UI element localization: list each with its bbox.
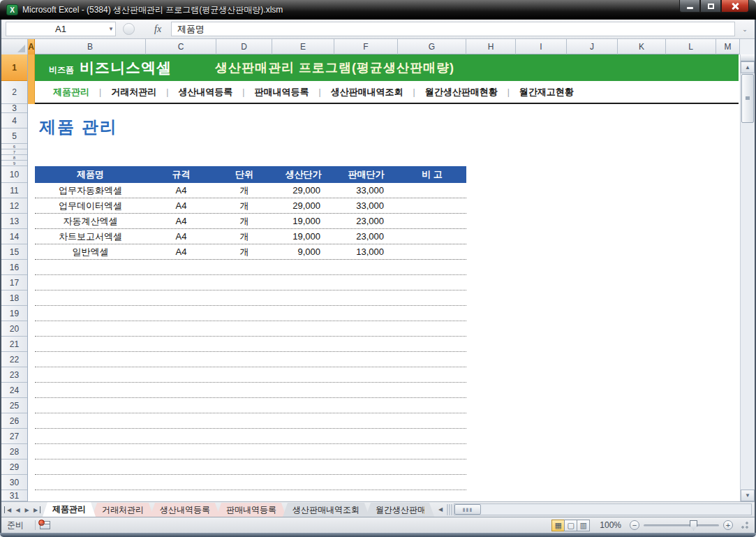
restore-button[interactable] bbox=[700, 0, 721, 13]
row-header-12[interactable]: 12 bbox=[1, 198, 27, 214]
table-cell[interactable]: A4 bbox=[146, 183, 216, 198]
row-header-9[interactable]: 9 bbox=[1, 161, 27, 166]
column-header-A[interactable]: A bbox=[28, 39, 35, 54]
column-header-E[interactable]: E bbox=[272, 39, 334, 54]
column-header-M[interactable]: M bbox=[716, 39, 740, 54]
table-cell[interactable]: 업무자동화엑셀 bbox=[35, 183, 146, 198]
table-cell[interactable]: 개 bbox=[216, 198, 272, 213]
column-header-K[interactable]: K bbox=[618, 39, 666, 54]
table-cell[interactable]: 23,000 bbox=[334, 214, 398, 228]
page-break-view-button[interactable]: ▥ bbox=[577, 520, 590, 531]
table-cell[interactable]: 일반엑셀 bbox=[35, 244, 146, 259]
table-cell[interactable]: 13,000 bbox=[334, 244, 398, 259]
empty-row[interactable] bbox=[35, 321, 466, 337]
sheet-tab-2[interactable]: 거래처관리 bbox=[92, 503, 154, 517]
sheet-tab-3[interactable]: 생산내역등록 bbox=[150, 503, 220, 517]
split-handle[interactable] bbox=[741, 54, 755, 61]
insert-function-icon[interactable]: fx bbox=[154, 24, 161, 35]
zoom-in-button[interactable]: + bbox=[723, 520, 733, 530]
row-header-16[interactable]: 16 bbox=[1, 260, 27, 275]
empty-row[interactable] bbox=[35, 290, 466, 306]
column-header-I[interactable]: I bbox=[516, 39, 567, 54]
table-row-2[interactable]: 업무데이터엑셀A4개29,00033,000 bbox=[35, 198, 466, 214]
vertical-scroll-track[interactable] bbox=[741, 124, 755, 485]
table-cell[interactable]: 29,000 bbox=[272, 183, 334, 198]
row-header-29[interactable]: 29 bbox=[1, 459, 27, 475]
menu-item-6[interactable]: 월간생산판매현황 bbox=[415, 86, 507, 98]
sheet-tab-4[interactable]: 판매내역등록 bbox=[216, 503, 286, 517]
select-all-corner[interactable] bbox=[1, 39, 28, 54]
column-header-H[interactable]: H bbox=[466, 39, 516, 54]
table-cell[interactable]: A4 bbox=[146, 198, 216, 213]
empty-row[interactable] bbox=[35, 306, 466, 321]
title-bar[interactable]: X Microsoft Excel - (5384) 생산판매관리 프로그램(평… bbox=[0, 0, 756, 20]
table-cell[interactable]: 29,000 bbox=[272, 198, 334, 213]
page-layout-view-button[interactable]: ▢ bbox=[564, 520, 577, 531]
row-header-31[interactable]: 31 bbox=[1, 490, 27, 501]
first-sheet-icon[interactable]: ◀ bbox=[4, 506, 13, 513]
row-header-24[interactable]: 24 bbox=[1, 383, 27, 398]
table-cell[interactable]: 33,000 bbox=[334, 198, 398, 213]
empty-row[interactable] bbox=[35, 444, 466, 459]
table-cell[interactable]: 23,000 bbox=[334, 229, 398, 244]
table-cell[interactable]: 업무데이터엑셀 bbox=[35, 198, 146, 213]
table-cell[interactable] bbox=[398, 229, 466, 244]
empty-row[interactable] bbox=[35, 337, 466, 352]
sheet-tab-6[interactable]: 월간생산판매 bbox=[366, 503, 434, 517]
column-a-accent[interactable] bbox=[28, 54, 35, 104]
empty-row[interactable] bbox=[35, 459, 466, 475]
horizontal-scrollbar[interactable]: ▮▮▮ bbox=[454, 503, 752, 515]
formula-input[interactable]: 제품명 bbox=[171, 22, 735, 36]
empty-row[interactable] bbox=[35, 429, 466, 444]
row-header-15[interactable]: 15 bbox=[1, 244, 27, 260]
table-cell[interactable]: 자동계산엑셀 bbox=[35, 214, 146, 228]
empty-row[interactable] bbox=[35, 367, 466, 383]
row-header-7[interactable]: 7 bbox=[1, 149, 27, 155]
column-header-L[interactable]: L bbox=[666, 39, 716, 54]
column-header-J[interactable]: J bbox=[567, 39, 618, 54]
row-header-8[interactable]: 8 bbox=[1, 155, 27, 161]
vertical-scroll-thumb[interactable] bbox=[741, 74, 754, 123]
name-box-dropdown-icon[interactable]: ▼ bbox=[108, 26, 114, 32]
table-cell[interactable]: 19,000 bbox=[272, 214, 334, 228]
table-cell[interactable] bbox=[398, 183, 466, 198]
empty-row[interactable] bbox=[35, 413, 466, 429]
row-header-5[interactable]: 5 bbox=[1, 128, 27, 144]
column-header-G[interactable]: G bbox=[398, 39, 466, 54]
empty-row[interactable] bbox=[35, 275, 466, 290]
zoom-slider-track[interactable] bbox=[644, 524, 719, 527]
vertical-scrollbar[interactable]: ▲ ▼ bbox=[740, 54, 755, 501]
column-header-F[interactable]: F bbox=[334, 39, 398, 54]
empty-row[interactable] bbox=[35, 475, 466, 490]
formula-bar-expand-icon[interactable]: ⌄ bbox=[738, 22, 752, 36]
menu-item-4[interactable]: 판매내역등록 bbox=[244, 86, 318, 98]
row-header-1[interactable]: 1 bbox=[1, 54, 27, 81]
row-header-4[interactable]: 4 bbox=[1, 113, 27, 128]
table-cell[interactable]: 차트보고서엑셀 bbox=[35, 229, 146, 244]
row-header-21[interactable]: 21 bbox=[1, 337, 27, 352]
row-header-28[interactable]: 28 bbox=[1, 444, 27, 459]
table-cell[interactable] bbox=[398, 244, 466, 259]
sheet-tab-1[interactable]: 제품관리 bbox=[43, 502, 96, 517]
table-cell[interactable]: A4 bbox=[146, 229, 216, 244]
row-header-25[interactable]: 25 bbox=[1, 398, 27, 413]
row-header-6[interactable]: 6 bbox=[1, 144, 27, 149]
row-header-11[interactable]: 11 bbox=[1, 183, 27, 198]
column-header-D[interactable]: D bbox=[216, 39, 272, 54]
row-header-20[interactable]: 20 bbox=[1, 321, 27, 337]
menu-item-2[interactable]: 거래처관리 bbox=[101, 86, 166, 98]
table-cell[interactable]: 개 bbox=[216, 244, 272, 259]
worksheet-grid[interactable]: 1234567891011121314151617181920212223242… bbox=[1, 54, 740, 501]
scroll-up-icon[interactable]: ▲ bbox=[741, 61, 755, 73]
column-header-B[interactable]: B bbox=[35, 39, 146, 54]
table-cell[interactable]: A4 bbox=[146, 244, 216, 259]
row-header-27[interactable]: 27 bbox=[1, 429, 27, 444]
row-header-23[interactable]: 23 bbox=[1, 367, 27, 383]
zoom-slider-thumb[interactable] bbox=[690, 520, 697, 531]
row-header-17[interactable]: 17 bbox=[1, 275, 27, 290]
table-cell[interactable] bbox=[398, 198, 466, 213]
row-header-10[interactable]: 10 bbox=[1, 166, 27, 183]
empty-row[interactable] bbox=[35, 260, 466, 275]
horizontal-scroll-thumb[interactable]: ▮▮▮ bbox=[454, 504, 481, 515]
last-sheet-icon[interactable]: ▶ bbox=[31, 506, 40, 513]
